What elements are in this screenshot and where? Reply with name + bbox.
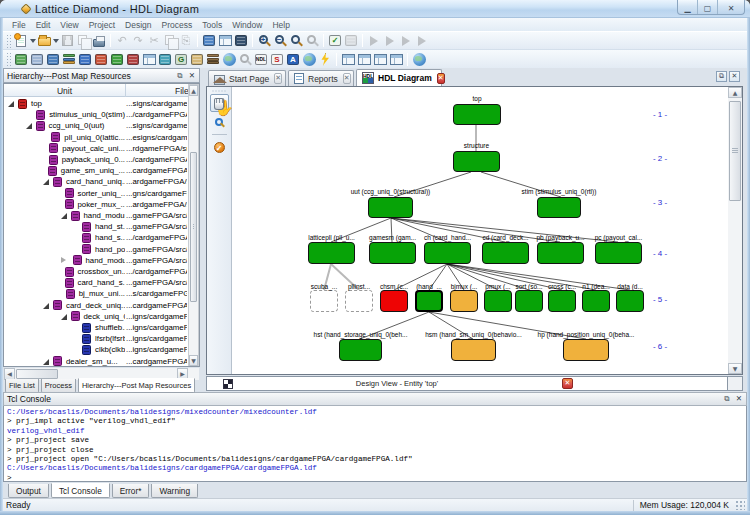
console-tab-output[interactable]: Output (8, 484, 49, 498)
window-top-icon[interactable] (356, 51, 372, 67)
expanded-arrow-icon[interactable] (61, 314, 67, 320)
expanded-arrow-icon[interactable] (61, 213, 67, 219)
tree-row[interactable]: stimulus_uniq_0(stim).../cardgameFPGA/ (4, 109, 189, 120)
zoom-in-icon[interactable]: + (256, 33, 272, 49)
menu-design[interactable]: Design (125, 20, 151, 30)
hierarchy-tab-process[interactable]: Process (41, 379, 76, 393)
window-tile-icon[interactable] (388, 51, 404, 67)
tree-row[interactable]: pll_uniq_0(lattic......esigns/cardgame (4, 132, 189, 143)
gear-globe-icon[interactable] (301, 51, 317, 67)
import-icon[interactable] (109, 51, 125, 67)
console-tab-tcl-console[interactable]: Tcl Console (51, 483, 110, 498)
bolt-icon[interactable] (317, 51, 333, 67)
diagram-node-pllinst[interactable] (345, 290, 373, 312)
hierarchy-tab-file-list[interactable]: File List (5, 379, 39, 393)
console-tab-error-[interactable]: Error* (112, 484, 150, 498)
edit-tool-icon[interactable] (13, 51, 29, 67)
tab-close-button[interactable]: ✕ (343, 73, 351, 84)
dropdown-caret-icon[interactable] (29, 33, 36, 49)
canvas-vertical-scrollbar[interactable]: ▲▼ (728, 87, 742, 374)
diagram-node-structure[interactable] (453, 151, 500, 172)
pan-tool-button[interactable]: ✋ (210, 94, 229, 112)
tree-row[interactable]: poker_mux_......ardgameFPGA/sr (4, 199, 189, 210)
tree-row[interactable]: deck_uniq_0......igns/cardgameFP (4, 311, 189, 322)
diagram-node-bjmux[interactable] (450, 290, 478, 312)
analyzer-icon[interactable]: A (285, 51, 301, 67)
diagram-node-scuba[interactable] (310, 290, 338, 312)
diagram-node-sort[interactable] (515, 290, 543, 312)
scroll-down-arrow[interactable]: ▼ (728, 363, 742, 374)
diagram-node-chsm[interactable] (380, 290, 408, 312)
console-tab-warning[interactable]: Warning (151, 484, 198, 498)
view-layout-icon[interactable] (217, 33, 233, 49)
doc-edit-icon[interactable] (189, 51, 205, 67)
netlist-view-icon[interactable] (61, 51, 77, 67)
tree-row[interactable]: sorter_uniq_......gns/cardgameFP (4, 188, 189, 199)
diagram-node-pc[interactable] (595, 242, 642, 264)
print-icon[interactable] (91, 33, 107, 49)
menu-view[interactable]: View (60, 20, 78, 30)
expanded-arrow-icon[interactable] (26, 123, 32, 129)
tree-row[interactable]: card_deck_uniq......cardgameFPGA/s (4, 300, 189, 311)
title-bar[interactable]: Lattice Diamond - HDL Diagram ▁▢✕ (0, 0, 750, 18)
screen-view-icon[interactable] (141, 51, 157, 67)
tree-row[interactable]: payback_uniq_0....../cardgameFPGA/ (4, 154, 189, 165)
column-header-unit[interactable]: Unit (4, 84, 126, 97)
tree-row[interactable]: game_sm_uniq_......cardgameFPGA/s (4, 165, 189, 176)
diagram-node-uut[interactable] (368, 197, 413, 218)
diagram-node-hsm[interactable] (451, 339, 496, 361)
tree-row[interactable]: bj_mux_uni......s/cardgameFPGA (4, 288, 189, 299)
tree-row[interactable]: hand_po......gameFPGA/src/h (4, 244, 189, 255)
resize-grip[interactable] (735, 500, 745, 510)
window-left-icon[interactable] (340, 51, 356, 67)
diagram-node-stim[interactable] (537, 197, 581, 218)
ndl-icon[interactable]: NDL (253, 51, 269, 67)
console-output[interactable]: C:/Users/bcaslis/Documents/balidesigns/m… (3, 406, 747, 482)
zoom-out-icon[interactable]: − (272, 33, 288, 49)
tree-row[interactable]: hand_modu......gameFPGA/src/h (4, 255, 189, 266)
menu-help[interactable]: Help (272, 20, 289, 30)
expanded-arrow-icon[interactable] (43, 179, 49, 185)
tree-row[interactable]: hand_st......gameFPGA/src/h (4, 221, 189, 232)
close-button[interactable]: ✕ (718, 0, 744, 15)
console-float-button[interactable]: ⧉ (722, 394, 732, 404)
tree-row[interactable]: hand_s....../cardgameFPGA/ (4, 232, 189, 243)
sync-red-icon[interactable]: S (269, 51, 285, 67)
physical-view-icon[interactable] (125, 51, 141, 67)
diagram-node-gamesm[interactable] (369, 242, 416, 264)
diagram-node-data[interactable] (616, 290, 644, 312)
diagram-node-hst[interactable] (339, 339, 382, 361)
expanded-arrow-icon[interactable] (8, 101, 14, 107)
dropdown-caret-icon[interactable] (52, 33, 59, 49)
diagram-node-hand[interactable] (415, 290, 443, 312)
document-tab-hdl-diagram[interactable]: HDLHDL Diagram✕ (356, 69, 442, 86)
panel-close-button[interactable]: ✕ (187, 71, 197, 81)
column-header-file[interactable]: File (126, 84, 189, 97)
tree-row[interactable]: lfsrb(lfsrb)...igns/cardgameFP (4, 333, 189, 344)
tree-row[interactable]: top...signs/cardgameF (4, 98, 189, 109)
spreadsheet-view-icon[interactable] (29, 51, 45, 67)
menu-process[interactable]: Process (162, 20, 193, 30)
close-view-button[interactable]: ✕ (729, 71, 740, 82)
float-view-button[interactable]: ⧉ (716, 71, 727, 82)
document-tab-reports[interactable]: Reports✕ (288, 70, 354, 86)
minimize-button[interactable]: ▁ (678, 0, 698, 15)
sync-view-icon[interactable] (77, 51, 93, 67)
hierarchy-tab-hierarchy-post-map-resources[interactable]: Hierarchy---Post Map Resources (78, 378, 195, 393)
tree-row[interactable]: crossbox_un....../cardgameFPGA/ (4, 266, 189, 277)
tree-row[interactable]: clkb(clkb)...igns/cardgameFP (4, 344, 189, 355)
document-tab-start-page[interactable]: Start Page✕ (208, 70, 286, 86)
scroll-up-arrow[interactable]: ▲ (189, 85, 198, 96)
scroll-thumb[interactable] (190, 152, 197, 302)
tab-close-button[interactable]: ✕ (437, 73, 445, 84)
diagram-node-pb[interactable] (537, 242, 584, 264)
diagram-canvas[interactable]: topstructureuut (ccg_uniq_0(structural))… (233, 87, 727, 374)
scroll-up-arrow[interactable]: ▲ (728, 87, 742, 98)
zoom-area-icon[interactable] (288, 33, 304, 49)
diagram-node-top[interactable] (453, 104, 501, 125)
chart-icon[interactable]: G (173, 51, 189, 67)
scroll-thumb[interactable] (729, 101, 741, 201)
check-tool-button[interactable]: ✓ (210, 138, 229, 156)
diagram-node-cross[interactable] (548, 290, 576, 312)
tree-row[interactable]: card_hand_s......gameFPGA/src/c (4, 277, 189, 288)
